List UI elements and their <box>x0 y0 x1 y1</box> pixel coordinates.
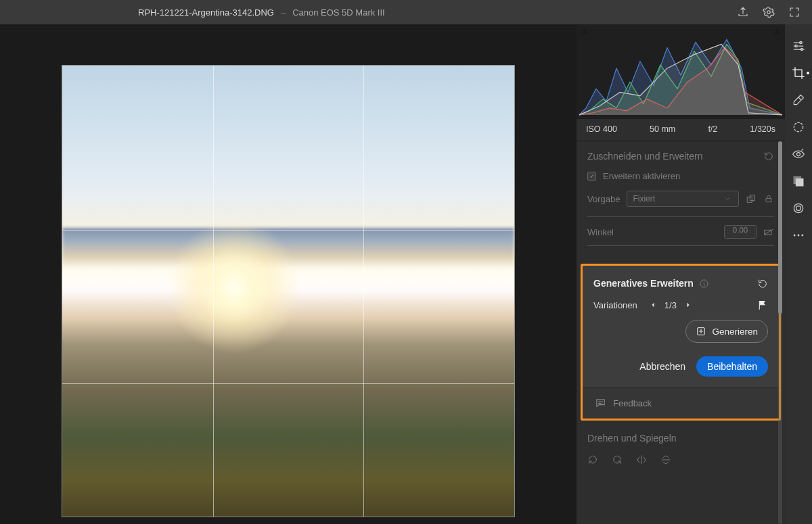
flip-horizontal-icon[interactable] <box>636 454 647 465</box>
svg-point-18 <box>801 235 803 237</box>
cancel-button[interactable]: Abbrechen <box>639 361 685 372</box>
tool-rail <box>785 24 812 524</box>
svg-rect-2 <box>750 195 755 201</box>
variations-count: 1/3 <box>664 300 677 310</box>
svg-point-0 <box>767 11 771 14</box>
gen-expand-title: Generatives Erweitern <box>593 278 694 289</box>
svg-point-16 <box>794 235 796 237</box>
reset-icon[interactable] <box>763 151 774 162</box>
top-bar: RPH-121221-Argentina-3142.DNG – Canon EO… <box>0 0 812 24</box>
generate-button[interactable]: Generieren <box>685 320 768 343</box>
enable-expand-label: Erweitern aktivieren <box>603 171 680 181</box>
photo-metadata: ISO 400 50 mm f/2 1/320s <box>577 119 785 141</box>
enable-expand-checkbox[interactable]: ✓ <box>587 172 596 181</box>
crop-grid-line <box>213 66 214 517</box>
straighten-icon[interactable] <box>763 227 774 237</box>
variations-row: Variationen 1/3 <box>593 300 768 310</box>
clip-indicator-left[interactable] <box>581 28 589 34</box>
more-icon[interactable] <box>790 227 807 243</box>
presets-icon[interactable] <box>790 200 807 216</box>
layers-icon[interactable] <box>790 173 807 189</box>
rotate-cw-icon[interactable] <box>612 454 623 465</box>
file-name: RPH-121221-Argentina-3142.DNG <box>138 7 274 18</box>
camera-model: Canon EOS 5D Mark III <box>292 7 385 18</box>
angle-field[interactable]: 0.00 <box>724 225 757 239</box>
crop-panel-title: Zuschneiden und Erweitern <box>587 151 702 162</box>
meta-shutter: 1/320s <box>750 124 775 134</box>
canvas-area[interactable] <box>0 24 577 524</box>
radial-mask-icon[interactable] <box>790 119 807 135</box>
svg-rect-13 <box>796 178 804 187</box>
erase-icon[interactable] <box>790 92 807 108</box>
svg-point-10 <box>794 122 803 131</box>
svg-rect-3 <box>766 198 771 201</box>
title-separator: – <box>281 7 286 18</box>
reset-icon[interactable] <box>757 278 768 289</box>
svg-point-17 <box>798 235 800 237</box>
generative-expand-card: Generatives Erweitern Variationen 1/3 <box>581 264 781 421</box>
preset-label: Vorgabe <box>587 194 620 204</box>
angle-label: Winkel <box>587 227 614 237</box>
preset-select[interactable]: Fixiert <box>627 191 739 207</box>
variation-prev-icon[interactable] <box>650 300 656 310</box>
crop-tool-icon[interactable] <box>790 65 807 81</box>
fullscreen-icon[interactable] <box>785 3 804 22</box>
variation-next-icon[interactable] <box>685 300 692 310</box>
svg-point-11 <box>797 153 800 156</box>
enable-expand-row[interactable]: ✓ Erweitern aktivieren <box>587 171 774 181</box>
redeye-icon[interactable] <box>790 146 807 162</box>
lock-icon[interactable] <box>763 193 774 204</box>
clip-indicator-right[interactable] <box>773 28 781 34</box>
title-group: RPH-121221-Argentina-3142.DNG – Canon EO… <box>9 7 727 18</box>
variations-label: Variationen <box>593 300 637 310</box>
crop-grid-line <box>62 383 514 384</box>
rotate-ccw-icon[interactable] <box>587 454 598 465</box>
rotate-panel-title: Drehen und Spiegeln <box>587 433 677 444</box>
rotate-panel: Drehen und Spiegeln <box>577 421 785 480</box>
svg-rect-1 <box>748 197 752 202</box>
export-icon[interactable] <box>734 3 752 22</box>
svg-point-15 <box>796 206 801 211</box>
flag-icon[interactable] <box>757 300 768 310</box>
meta-iso: ISO 400 <box>586 124 617 134</box>
feedback-row[interactable]: Feedback <box>583 387 779 419</box>
crop-grid-line <box>363 66 364 517</box>
flip-vertical-icon[interactable] <box>660 454 671 465</box>
preset-row: Vorgabe Fixiert <box>587 191 774 207</box>
info-icon[interactable] <box>699 278 710 289</box>
aspect-swap-icon[interactable] <box>746 193 757 204</box>
photo-preview[interactable] <box>62 65 515 517</box>
meta-aperture: f/2 <box>708 124 717 134</box>
feedback-label: Feedback <box>613 398 652 408</box>
histogram[interactable] <box>577 24 785 119</box>
meta-focal: 50 mm <box>650 124 675 134</box>
chevron-down-icon <box>722 193 733 204</box>
keep-button[interactable]: Beibehalten <box>696 356 768 377</box>
sliders-icon[interactable] <box>790 38 807 54</box>
crop-panel: Zuschneiden und Erweitern ✓ Erweitern ak… <box>577 141 785 264</box>
crop-grid-line <box>62 230 514 231</box>
gear-icon[interactable] <box>759 3 778 22</box>
svg-point-14 <box>794 204 803 212</box>
right-sidebar: ISO 400 50 mm f/2 1/320s Zuschneiden und… <box>577 24 785 524</box>
